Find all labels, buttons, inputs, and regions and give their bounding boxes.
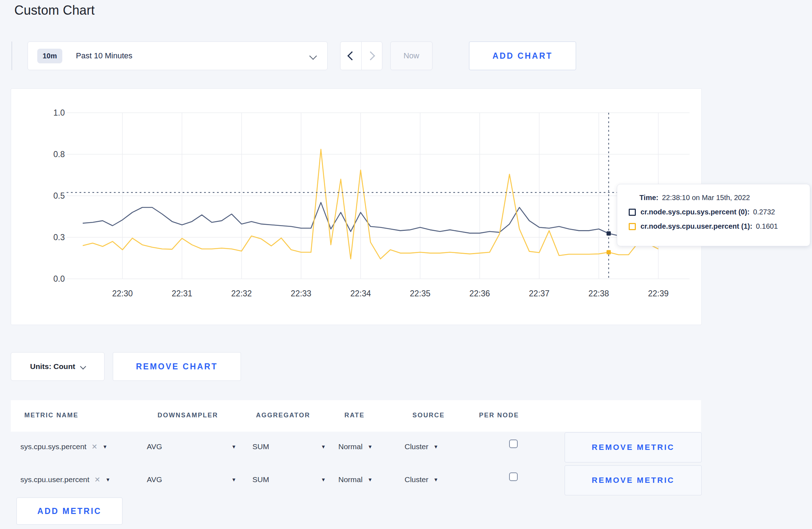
clear-metric-icon[interactable]: ✕ [91,442,97,451]
caret-down-icon: ▼ [368,477,373,482]
x-axis-tick-label: 22:31 [172,289,193,298]
crosshair-point-marker [606,231,611,236]
aggregator-value: SUM [252,475,269,484]
rate-select[interactable]: Normal ▼ [338,475,373,484]
x-axis-tick-label: 22:33 [291,289,311,298]
caret-down-icon: ▼ [434,477,439,482]
crosshair-point-marker [606,250,611,254]
column-per-node: PER NODE [479,412,519,419]
series-user-swatch-icon [629,223,636,230]
downsampler-value: AVG [147,475,162,484]
source-value: Cluster [405,442,429,451]
rate-value: Normal [338,442,363,451]
caret-down-icon: ▼ [231,444,236,450]
caret-down-icon: ▼ [105,477,110,482]
clear-metric-icon[interactable]: ✕ [95,475,101,484]
time-nav-control [340,42,382,70]
metric-name-select[interactable]: sys.cpu.sys.percent ✕ ▼ [20,442,107,451]
units-select[interactable]: Units: Count [11,352,105,381]
rate-value: Normal [338,475,363,484]
prev-time-button[interactable] [340,42,361,70]
units-label: Units: Count [30,362,75,371]
add-chart-button[interactable]: ADD CHART [469,42,576,70]
y-axis-tick-label: 0.3 [53,233,65,242]
tooltip-series-user-name: cr.node.sys.cpu.user.percent (1): [641,222,752,230]
column-source: SOURCE [412,412,445,419]
time-range-label: Past 10 Minutes [76,51,132,60]
metric-name-value: sys.cpu.sys.percent [20,442,86,451]
chevron-left-icon [347,51,356,60]
remove-chart-button[interactable]: REMOVE CHART [113,352,241,381]
add-metric-button[interactable]: ADD METRIC [16,498,122,525]
time-range-badge: 10m [37,49,62,63]
chart-plot[interactable]: 0.00.30.50.81.022:3022:3122:3222:3322:34… [11,89,701,324]
y-axis-tick-label: 1.0 [53,108,65,117]
page-title: Custom Chart [14,3,95,18]
caret-down-icon: ▼ [368,444,373,450]
chevron-right-icon [366,51,375,60]
source-select[interactable]: Cluster ▼ [405,442,438,451]
aggregator-value: SUM [252,442,269,451]
per-node-checkbox[interactable] [509,472,518,481]
tooltip-series-sys-value: 0.2732 [753,208,775,216]
per-node-checkbox[interactable] [509,440,518,448]
source-select[interactable]: Cluster ▼ [405,475,438,484]
y-axis-tick-label: 0.0 [53,274,65,283]
y-axis-tick-label: 0.5 [53,191,65,200]
next-time-button[interactable] [361,42,382,70]
x-axis-tick-label: 22:32 [231,289,252,298]
rate-select[interactable]: Normal ▼ [338,442,373,451]
column-rate: RATE [344,412,364,419]
caret-down-icon: ▼ [321,444,326,450]
caret-down-icon: ▼ [321,477,326,482]
metric-name-value: sys.cpu.user.percent [20,475,90,484]
now-button[interactable]: Now [390,42,432,70]
x-axis-tick-label: 22:35 [410,289,431,298]
x-axis-tick-label: 22:30 [112,289,133,298]
toolbar-divider [11,42,12,70]
downsampler-value: AVG [147,442,162,451]
chart-line-series [83,149,658,259]
downsampler-select[interactable]: AVG ▼ [147,475,236,484]
x-axis-tick-label: 22:37 [529,289,550,298]
y-axis-tick-label: 0.8 [53,150,65,159]
x-axis-tick-label: 22:38 [589,289,609,298]
metric-name-select[interactable]: sys.cpu.user.percent ✕ ▼ [20,475,110,484]
aggregator-select[interactable]: SUM ▼ [252,475,326,484]
chevron-down-icon [80,364,86,370]
remove-metric-button[interactable]: REMOVE METRIC [565,432,702,462]
chart-card: 0.00.30.50.81.022:3022:3122:3222:3322:34… [11,88,702,325]
tooltip-series-user-value: 0.1601 [756,222,778,230]
tooltip-time-label: Time: [639,194,658,202]
caret-down-icon: ▼ [231,477,236,482]
series-sys-swatch-icon [629,209,636,216]
column-downsampler: DOWNSAMPLER [158,412,218,419]
chart-line-series [83,203,619,236]
caret-down-icon: ▼ [102,444,107,450]
tooltip-time-value: 22:38:10 on Mar 15th, 2022 [662,194,750,202]
downsampler-select[interactable]: AVG ▼ [147,442,236,451]
x-axis-tick-label: 22:36 [469,289,490,298]
caret-down-icon: ▼ [434,444,439,450]
chevron-down-icon [309,52,317,60]
time-range-select[interactable]: 10m Past 10 Minutes [28,42,328,70]
chart-tooltip: Time: 22:38:10 on Mar 15th, 2022 cr.node… [617,184,810,246]
x-axis-tick-label: 22:39 [648,289,669,298]
remove-metric-button[interactable]: REMOVE METRIC [565,465,702,495]
aggregator-select[interactable]: SUM ▼ [252,442,326,451]
tooltip-series-sys-name: cr.node.sys.cpu.sys.percent (0): [641,208,750,216]
column-metric-name: METRIC NAME [24,412,78,419]
column-aggregator: AGGREGATOR [256,412,310,419]
x-axis-tick-label: 22:34 [350,289,371,298]
source-value: Cluster [405,475,429,484]
metrics-table-header: METRIC NAME DOWNSAMPLER AGGREGATOR RATE … [11,400,701,432]
